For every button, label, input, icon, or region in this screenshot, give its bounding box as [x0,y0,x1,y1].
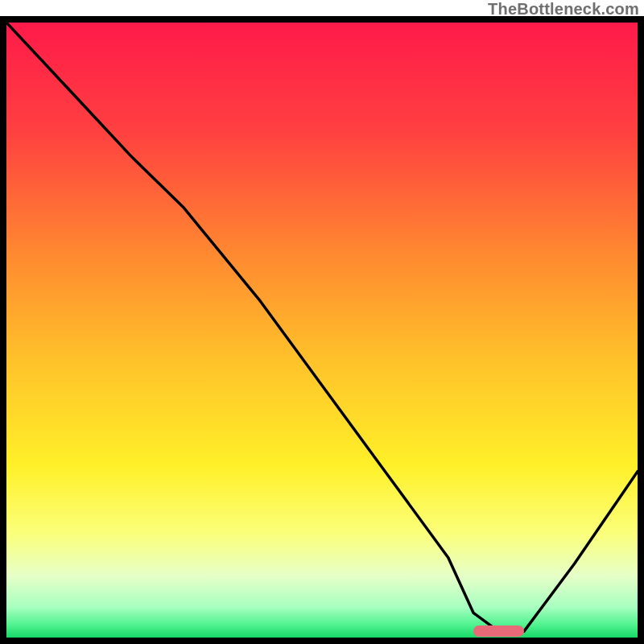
chart-frame [0,16,644,644]
bottleneck-curve-path [6,23,638,631]
chart-curve [6,23,638,638]
optimum-marker [473,625,524,637]
